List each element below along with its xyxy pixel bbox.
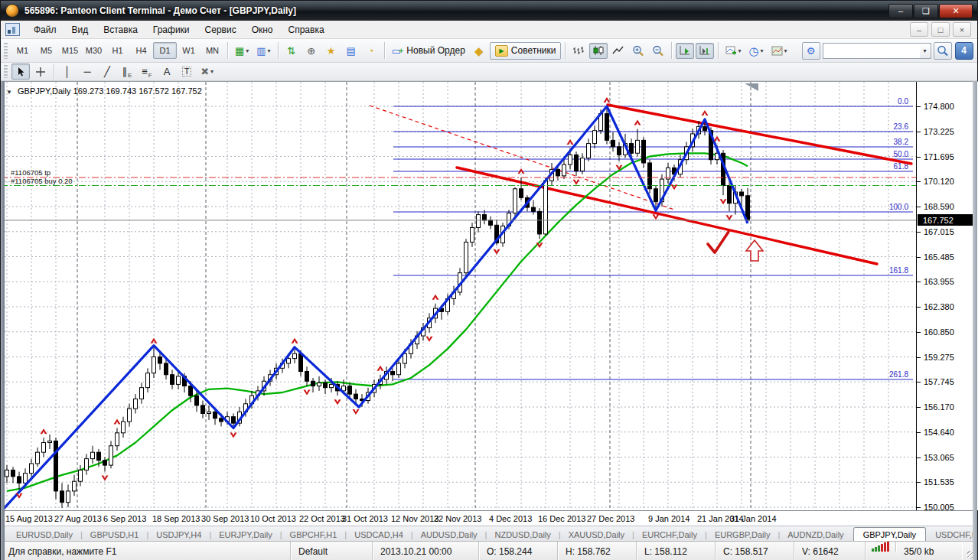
fractal-down-icon <box>334 399 341 405</box>
chart-tab-audusd-daily[interactable]: AUDUSD,Daily <box>413 528 485 541</box>
timeframe-button-m30[interactable]: M30 <box>82 42 106 59</box>
menu-item-файл[interactable]: Файл <box>26 21 64 38</box>
status-profile[interactable]: Default <box>291 542 373 560</box>
market-watch-icon: ⇅ <box>287 46 295 56</box>
chart-tab-gbpchf-h1[interactable]: GBPCHF,H1 <box>282 528 345 541</box>
timeframe-button-m1[interactable]: M1 <box>11 42 34 59</box>
chart-info-line: GBPJPY,Daily 169.273 169.743 167.572 167… <box>18 86 202 96</box>
arrows-tool-button[interactable]: ✚ ▾ <box>197 63 217 80</box>
chart-tab-usdcad-h4[interactable]: USDCAD,H4 <box>347 528 411 541</box>
chart-tab-nzdusd-daily[interactable]: NZDUSD,Daily <box>487 528 558 541</box>
cursor-tool-button[interactable] <box>11 63 30 80</box>
crosshair-tool-button[interactable] <box>31 63 50 80</box>
bar-chart-button[interactable] <box>569 43 588 59</box>
objects-collapse-icon[interactable]: ▼ <box>6 89 12 96</box>
indicators-button[interactable]: ▾ <box>722 43 744 59</box>
price-chart[interactable]: 0.023.638.250.061.8100.0161.8261.8#11067… <box>1 82 916 511</box>
fibonacci-tool-button[interactable]: ≡ F <box>138 63 156 80</box>
fractal-up-icon <box>634 120 641 125</box>
mdi-close-button[interactable]: × <box>953 22 971 37</box>
periods-button[interactable]: ◷ ▾ <box>745 43 766 59</box>
toolbar-grip[interactable] <box>4 43 8 59</box>
community-badge[interactable]: 4 <box>955 42 973 60</box>
menu-item-окно[interactable]: Окно <box>244 21 281 38</box>
chart-tab-gbpjpy-daily[interactable]: GBPJPY,Daily <box>853 527 927 542</box>
menu-item-графики[interactable]: Графики <box>145 21 197 38</box>
chart-tab-usdchf-h4[interactable]: USDCHF,H4 <box>927 528 978 541</box>
mdi-minimize-button[interactable]: – <box>910 22 928 37</box>
menu-item-сервис[interactable]: Сервис <box>197 21 244 38</box>
chart-tab-xauusd-daily[interactable]: XAUUSD,Daily <box>561 528 632 541</box>
chart-area[interactable]: 0.023.638.250.061.8100.0161.8261.8#11067… <box>1 81 978 510</box>
navigator-button[interactable]: ⊕ <box>302 43 321 59</box>
timeframe-button-mn[interactable]: MN <box>200 42 224 59</box>
new-chart-button[interactable]: ▦ ▾ <box>232 43 252 59</box>
mdi-restore-button[interactable]: □ <box>931 22 950 37</box>
chart-tab-eurjpy-daily[interactable]: EURJPY,Daily <box>211 528 280 541</box>
channel-tool-button[interactable]: ∥ E <box>118 63 136 80</box>
search-input[interactable] <box>823 43 920 59</box>
time-axis[interactable]: 15 Aug 201327 Aug 20136 Sep 201318 Sep 2… <box>1 510 974 526</box>
chart-grid <box>1 82 916 511</box>
toolbar-grip[interactable] <box>4 65 8 77</box>
auto-scroll-button[interactable] <box>676 43 694 59</box>
menu-item-вставка[interactable]: Вставка <box>96 21 145 38</box>
expert-advisors-button[interactable]: ▶ Советники <box>490 42 562 60</box>
chart-tab-eurchf-daily[interactable]: EURCHF,Daily <box>634 528 705 541</box>
trend-channel <box>370 105 911 264</box>
chart-tab-eurgbp-daily[interactable]: EURGBP,Daily <box>707 528 778 541</box>
date-axis-label: 22 Oct 2013 <box>299 514 345 523</box>
search-button[interactable] <box>934 42 952 60</box>
timeframe-button-m15[interactable]: M15 <box>58 42 82 59</box>
metaeditor-button[interactable]: ◆ <box>470 43 488 59</box>
drawing-toolbar: │ ─ ╱ ∥ E ≡ F A T ✚ ▾ <box>1 63 977 81</box>
candlestick-chart-button[interactable] <box>589 43 608 59</box>
line-chart-button[interactable] <box>609 43 628 59</box>
vertical-line-tool-button[interactable]: │ <box>58 63 77 80</box>
price-axis[interactable]: 174.800173.225171.695170.120168.590167.0… <box>916 82 975 511</box>
timeframe-button-m5[interactable]: M5 <box>34 42 58 59</box>
horizontal-line-tool-button[interactable]: ─ <box>78 63 96 80</box>
price-axis-label: 173.225 <box>924 127 954 136</box>
timeframe-button-h1[interactable]: H1 <box>106 42 129 59</box>
chart-tab-audnzd-daily[interactable]: AUDNZD,Daily <box>780 528 851 541</box>
date-axis-label: 30 Sep 2013 <box>201 514 249 523</box>
search-dropdown-button[interactable]: ▾ <box>920 43 931 59</box>
chart-shift-button[interactable] <box>696 43 714 59</box>
chart-document-icon[interactable] <box>5 23 20 36</box>
market-watch-button[interactable]: ⇅ <box>282 43 301 59</box>
maximize-button[interactable]: ❏ <box>914 4 938 18</box>
trendline-tool-button[interactable]: ╱ <box>98 63 116 80</box>
annotations <box>708 83 763 261</box>
menu-item-справка[interactable]: Справка <box>281 21 332 38</box>
fractal-down-icon <box>494 249 500 255</box>
zoom-out-button[interactable] <box>649 43 667 59</box>
standard-toolbar: M1M5M15M30H1H4D1W1MN ▦ ▾ ▥ ▾ ⇅ ⊕ ★ ▤ ◔ ▭… <box>1 39 977 63</box>
settings-button[interactable]: ⚙ <box>802 42 820 60</box>
close-button[interactable]: ✕ <box>939 4 973 18</box>
templates-button[interactable]: ▾ <box>768 43 791 59</box>
chart-tab-usdjpy-h4[interactable]: USDJPY,H4 <box>148 528 209 541</box>
search-icon <box>937 45 948 57</box>
timeframe-button-h4[interactable]: H4 <box>129 42 153 59</box>
zoom-in-button[interactable] <box>629 43 647 59</box>
fractal-up-icon <box>292 338 298 343</box>
status-close: C: 158.517 <box>716 542 794 560</box>
metaeditor-icon: ◆ <box>474 45 484 57</box>
fib-level-label: 0.0 <box>898 97 908 106</box>
minimize-button[interactable]: – <box>888 4 913 18</box>
timeframe-button-w1[interactable]: W1 <box>177 42 200 59</box>
menu-item-вид[interactable]: Вид <box>64 21 96 38</box>
strategy-tester-button[interactable]: ◔ <box>362 43 380 59</box>
new-order-button[interactable]: ▭ + Новый Ордер <box>389 43 468 59</box>
data-window-button[interactable]: ▤ <box>342 43 360 59</box>
fractal-up-icon <box>702 110 709 116</box>
auto-scroll-icon <box>679 45 691 56</box>
timeframe-button-d1[interactable]: D1 <box>153 42 177 59</box>
text-label-tool-button[interactable]: T <box>178 63 196 80</box>
favorites-button[interactable]: ★ <box>322 43 341 59</box>
chart-tab-eurusd-daily[interactable]: EURUSD,Daily <box>8 528 80 541</box>
profiles-button[interactable]: ▥ ▾ <box>253 43 273 59</box>
chart-tab-gbpusd-h1[interactable]: GBPUSD,H1 <box>83 528 147 541</box>
text-tool-button[interactable]: A <box>158 63 176 80</box>
